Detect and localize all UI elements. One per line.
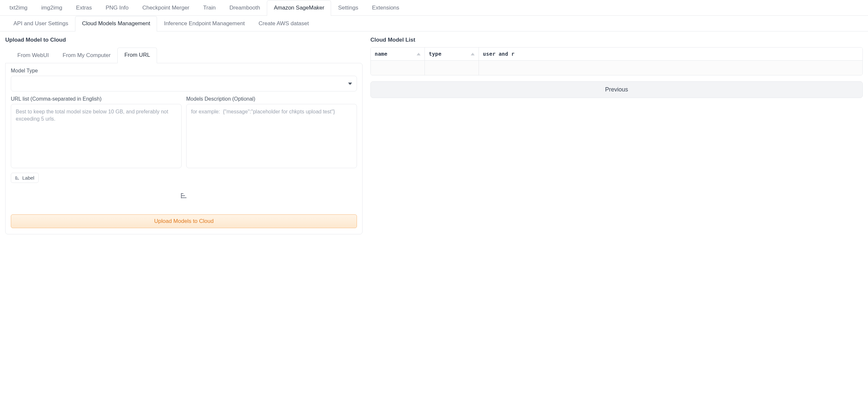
previous-button[interactable]: Previous	[370, 81, 863, 98]
cloud-model-list-title: Cloud Model List	[370, 37, 863, 43]
tab-img2img[interactable]: img2img	[34, 0, 69, 16]
models-desc-group: Models Description (Optional)	[186, 96, 357, 183]
sagemaker-tab-row: API and User Settings Cloud Models Manag…	[0, 16, 868, 31]
from-url-panel: Model Type URL list (Comma-separated in …	[5, 63, 363, 234]
tab-png-info[interactable]: PNG Info	[99, 0, 135, 16]
tab-from-webui[interactable]: From WebUI	[10, 48, 56, 63]
tab-extras[interactable]: Extras	[69, 0, 99, 16]
cloud-model-table: name type user and r	[370, 47, 863, 75]
tab-from-url[interactable]: From URL	[117, 48, 157, 63]
models-desc-label: Models Description (Optional)	[186, 96, 357, 102]
td-type	[425, 61, 479, 75]
tab-train[interactable]: Train	[196, 0, 223, 16]
center-placeholder-icon-wrap	[11, 183, 357, 214]
url-list-label: URL list (Comma-separated in English)	[11, 96, 182, 102]
sort-asc-icon	[416, 53, 421, 55]
label-chip[interactable]: Label	[11, 173, 39, 183]
th-name-label: name	[375, 51, 388, 57]
upload-column: Upload Model to Cloud From WebUI From My…	[5, 37, 363, 234]
table-row	[371, 61, 862, 75]
tab-txt2img[interactable]: txt2img	[3, 0, 34, 16]
table-header-row: name type user and r	[371, 48, 862, 61]
th-name[interactable]: name	[371, 48, 425, 61]
upload-section-title: Upload Model to Cloud	[5, 37, 363, 43]
th-user[interactable]: user and r	[479, 48, 862, 61]
label-chip-text: Label	[22, 175, 34, 181]
model-type-label: Model Type	[11, 68, 357, 74]
tab-cloud-models-management[interactable]: Cloud Models Management	[75, 16, 157, 31]
tab-inference-endpoint-management[interactable]: Inference Endpoint Management	[157, 16, 252, 31]
url-and-desc-row: URL list (Comma-separated in English) La…	[11, 96, 357, 183]
tab-checkpoint-merger[interactable]: Checkpoint Merger	[135, 0, 196, 16]
th-type-label: type	[429, 51, 441, 57]
url-list-input[interactable]	[11, 104, 182, 168]
model-type-select[interactable]	[11, 76, 357, 91]
th-user-label: user and r	[483, 51, 514, 57]
url-list-group: URL list (Comma-separated in English) La…	[11, 96, 182, 183]
tab-extensions[interactable]: Extensions	[365, 0, 406, 16]
td-name	[371, 61, 425, 75]
model-type-group: Model Type	[11, 68, 357, 91]
content-area: Upload Model to Cloud From WebUI From My…	[0, 31, 868, 240]
th-type[interactable]: type	[425, 48, 479, 61]
tab-api-user-settings[interactable]: API and User Settings	[6, 16, 75, 31]
primary-tab-row: txt2img img2img Extras PNG Info Checkpoi…	[0, 0, 868, 16]
tab-dreambooth[interactable]: Dreambooth	[223, 0, 267, 16]
models-desc-input[interactable]	[186, 104, 357, 168]
tab-amazon-sagemaker[interactable]: Amazon SageMaker	[267, 0, 331, 16]
tab-settings[interactable]: Settings	[331, 0, 365, 16]
cloud-model-list-column: Cloud Model List name type user and r	[370, 37, 863, 234]
bars-icon	[15, 176, 20, 180]
td-user	[479, 61, 862, 75]
sort-asc-icon	[471, 53, 475, 55]
bars-icon	[180, 192, 187, 199]
upload-source-tab-row: From WebUI From My Computer From URL	[5, 47, 363, 63]
tab-create-aws-dataset[interactable]: Create AWS dataset	[252, 16, 316, 31]
upload-models-button[interactable]: Upload Models to Cloud	[11, 214, 357, 228]
caret-down-icon	[348, 83, 352, 85]
tab-from-my-computer[interactable]: From My Computer	[56, 48, 117, 63]
